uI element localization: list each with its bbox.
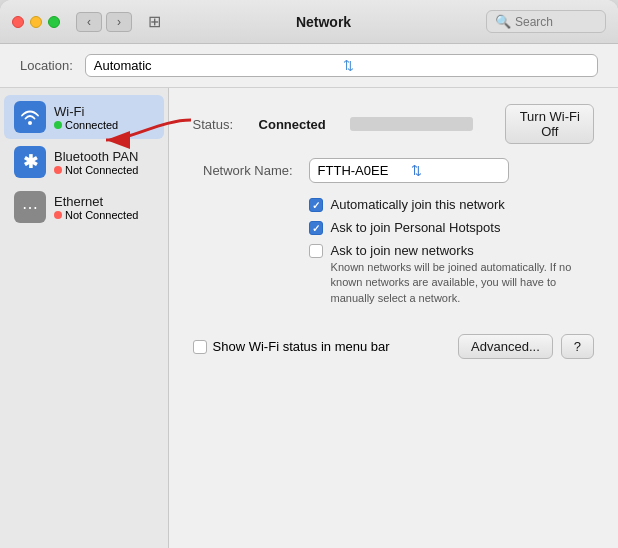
help-button[interactable]: ? [561, 334, 594, 359]
auto-join-row: Automatically join this network [309, 197, 594, 212]
status-label: Status: [193, 117, 243, 132]
sidebar-item-ethernet[interactable]: ⋯ Ethernet Not Connected [4, 185, 164, 229]
bluetooth-status: Not Connected [54, 164, 138, 176]
grid-icon[interactable]: ⊞ [148, 12, 161, 31]
ethernet-name: Ethernet [54, 194, 138, 209]
show-wifi-checkbox[interactable] [193, 340, 207, 354]
ip-address-bar [350, 117, 474, 131]
window-title: Network [169, 14, 478, 30]
status-row: Status: Connected Turn Wi-Fi Off [193, 104, 594, 144]
ask-new-checkbox[interactable] [309, 244, 323, 258]
bluetooth-info: Bluetooth PAN Not Connected [54, 149, 138, 176]
location-value: Automatic [94, 58, 340, 73]
wifi-status-dot [54, 121, 62, 129]
auto-join-info: Automatically join this network [331, 197, 505, 212]
titlebar: ‹ › ⊞ Network 🔍 [0, 0, 618, 44]
traffic-lights [12, 16, 60, 28]
bluetooth-icon: ✱ [14, 146, 46, 178]
minimize-button[interactable] [30, 16, 42, 28]
network-name-dropdown[interactable]: FTTH-A0EE ⇅ [309, 158, 509, 183]
dropdown-arrows-icon: ⇅ [411, 163, 500, 178]
nav-buttons: ‹ › [76, 12, 132, 32]
ask-personal-row: Ask to join Personal Hotspots [309, 220, 594, 235]
advanced-button[interactable]: Advanced... [458, 334, 553, 359]
location-arrows-icon: ⇅ [343, 58, 589, 73]
ethernet-status: Not Connected [54, 209, 138, 221]
maximize-button[interactable] [48, 16, 60, 28]
wifi-status-text: Connected [65, 119, 118, 131]
search-box[interactable]: 🔍 [486, 10, 606, 33]
content-area: Wi-Fi Connected ✱ Bluetooth PAN [0, 88, 618, 548]
location-bar: Location: Automatic ⇅ [0, 44, 618, 88]
bluetooth-status-dot [54, 166, 62, 174]
sidebar-item-wifi[interactable]: Wi-Fi Connected [4, 95, 164, 139]
ask-personal-checkbox[interactable] [309, 221, 323, 235]
show-wifi-row: Show Wi-Fi status in menu bar [193, 339, 390, 354]
search-icon: 🔍 [495, 14, 511, 29]
wifi-status: Connected [54, 119, 118, 131]
bottom-options: Show Wi-Fi status in menu bar Advanced..… [193, 334, 594, 359]
network-name-value: FTTH-A0EE [318, 163, 407, 178]
wifi-icon [14, 101, 46, 133]
ethernet-info: Ethernet Not Connected [54, 194, 138, 221]
wifi-name: Wi-Fi [54, 104, 118, 119]
ask-personal-info: Ask to join Personal Hotspots [331, 220, 501, 235]
ask-new-info: Ask to join new networks Known networks … [331, 243, 594, 306]
status-value: Connected [259, 117, 326, 132]
show-wifi-label: Show Wi-Fi status in menu bar [213, 339, 390, 354]
auto-join-checkbox[interactable] [309, 198, 323, 212]
network-list: Wi-Fi Connected ✱ Bluetooth PAN [0, 88, 168, 548]
network-preferences-window: ‹ › ⊞ Network 🔍 Location: Automatic ⇅ [0, 0, 618, 548]
ethernet-status-dot [54, 211, 62, 219]
auto-join-label: Automatically join this network [331, 197, 505, 212]
network-name-row: Network Name: FTTH-A0EE ⇅ [193, 158, 594, 183]
turn-wifi-off-button[interactable]: Turn Wi-Fi Off [505, 104, 594, 144]
sidebar: Wi-Fi Connected ✱ Bluetooth PAN [0, 88, 169, 548]
ask-new-row: Ask to join new networks Known networks … [309, 243, 594, 306]
bluetooth-status-text: Not Connected [65, 164, 138, 176]
ethernet-status-text: Not Connected [65, 209, 138, 221]
wifi-info: Wi-Fi Connected [54, 104, 118, 131]
close-button[interactable] [12, 16, 24, 28]
ask-new-label: Ask to join new networks [331, 243, 474, 258]
location-label: Location: [20, 58, 73, 73]
network-name-label: Network Name: [193, 163, 293, 178]
bluetooth-name: Bluetooth PAN [54, 149, 138, 164]
back-button[interactable]: ‹ [76, 12, 102, 32]
sidebar-item-bluetooth[interactable]: ✱ Bluetooth PAN Not Connected [4, 140, 164, 184]
ask-personal-label: Ask to join Personal Hotspots [331, 220, 501, 235]
ask-new-description: Known networks will be joined automatica… [331, 260, 594, 306]
main-panel: Status: Connected Turn Wi-Fi Off Network… [169, 88, 618, 375]
location-select[interactable]: Automatic ⇅ [85, 54, 598, 77]
checkboxes-group: Automatically join this network Ask to j… [309, 197, 594, 306]
search-input[interactable] [515, 15, 595, 29]
ethernet-icon: ⋯ [14, 191, 46, 223]
forward-button[interactable]: › [106, 12, 132, 32]
